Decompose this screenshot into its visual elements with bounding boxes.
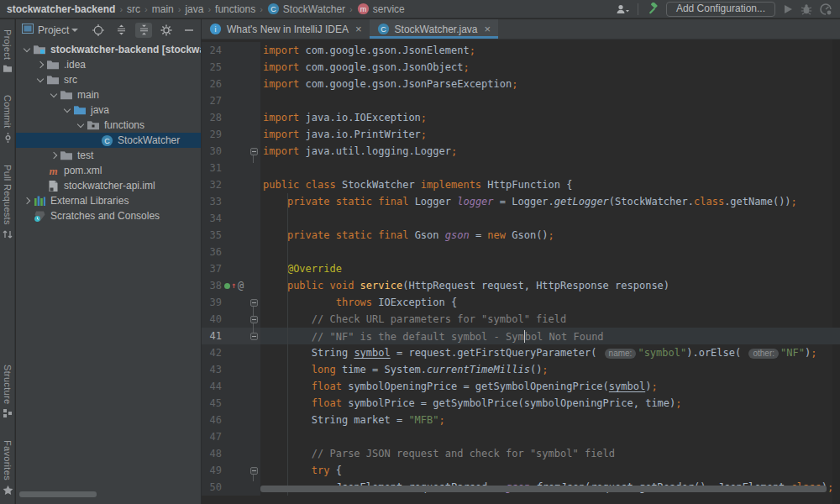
code-text: import com.google.gson.JsonElement; (260, 45, 475, 56)
project-horizontal-scrollbar[interactable] (19, 491, 97, 497)
hide-panel-icon[interactable] (181, 23, 197, 38)
fold-marker-icon[interactable] (250, 333, 258, 340)
code-line-34[interactable]: 34 (202, 210, 840, 227)
code-line-28[interactable]: 28import java.io.IOException; (202, 109, 840, 126)
svg-text:i: i (215, 25, 217, 34)
locate-file-icon[interactable] (90, 23, 107, 38)
folder-icon (60, 149, 73, 162)
chevron-down-icon[interactable] (21, 49, 33, 51)
tab-stockwatcher-java[interactable]: CStockWatcher.java× (370, 19, 499, 39)
profiler-icon[interactable] (820, 3, 832, 15)
fold-marker-icon[interactable] (250, 316, 258, 323)
tool-window-button-structure[interactable]: Structure (3, 365, 13, 418)
tree-item-external-libraries[interactable]: External Libraries (16, 193, 201, 208)
tool-window-button-project[interactable]: Project (3, 29, 13, 73)
code-line-30[interactable]: 30import java.util.logging.Logger; (202, 143, 840, 160)
editor-horizontal-scrollbar[interactable] (260, 486, 827, 492)
tab-what-s-new-in-intellij-idea[interactable]: iWhat's New in IntelliJ IDEA× (202, 19, 370, 39)
tree-item-main[interactable]: main (16, 87, 201, 102)
fold-line (253, 155, 254, 163)
line-number: 33 (202, 196, 222, 207)
code-line-33[interactable]: 33 private static final Logger logger = … (202, 193, 840, 210)
code-line-26[interactable]: 26import com.google.gson.JsonParseExcept… (202, 76, 840, 92)
debug-icon[interactable] (801, 3, 812, 15)
line-number: 31 (202, 162, 222, 174)
code-line-36[interactable]: 36 (202, 244, 840, 260)
code-text: import java.util.logging.Logger; (260, 145, 457, 157)
code-line-38[interactable]: 38↑@ public void service(HttpRequest req… (202, 277, 840, 294)
code-line-48[interactable]: 48 // Parse JSON request and check for "… (202, 445, 840, 462)
code-line-32[interactable]: 32public class StockWatcher implements H… (202, 176, 840, 193)
breadcrumb-item-stockwatcher[interactable]: CStockWatcher (267, 3, 345, 15)
breadcrumb-item-src[interactable]: src (127, 3, 140, 15)
tree-item-functions[interactable]: functions (16, 118, 201, 133)
intellij-window: stockwatcher-backend›src›main›java›funct… (0, 0, 840, 504)
gutter: 24 (202, 42, 260, 59)
panel-title[interactable]: Project (38, 24, 69, 36)
fold-marker-icon[interactable] (250, 467, 258, 475)
chevron-down-icon[interactable] (61, 109, 73, 112)
code-line-39[interactable]: 39 throws IOException { (202, 294, 840, 311)
fold-marker-icon[interactable] (250, 299, 258, 307)
breadcrumb-item-functions[interactable]: functions (215, 3, 255, 15)
chevron-right-icon[interactable] (21, 198, 33, 203)
tree-item-src[interactable]: src (16, 72, 201, 87)
add-configuration-button[interactable]: Add Configuration... (666, 2, 775, 17)
tree-item-stockwatcher-api-iml[interactable]: stockwatcher-api.iml (16, 178, 201, 193)
code-line-24[interactable]: 24import com.google.gson.JsonElement; (202, 42, 840, 59)
code-line-40[interactable]: 40 // Check URL parameters for "symbol" … (202, 311, 840, 328)
code-text: public class StockWatcher implements Htt… (260, 179, 572, 191)
tree-item-label: stockwatcher-api.iml (64, 180, 155, 192)
code-line-29[interactable]: 29import java.io.PrintWriter; (202, 126, 840, 143)
tree-item-stockwatcher-backend-stockwatche[interactable]: stockwatcher-backend [stockwatche (16, 42, 201, 57)
gutter: 43 (202, 361, 260, 378)
line-number: 45 (202, 397, 222, 409)
tool-window-button-favorites[interactable]: Favorites (3, 440, 13, 496)
chevron-down-icon[interactable] (75, 124, 87, 127)
gear-icon[interactable] (158, 23, 175, 38)
code-line-37[interactable]: 37 @Override (202, 260, 840, 277)
code-editor[interactable]: 24import com.google.gson.JsonElement;25i… (202, 39, 840, 504)
collapse-all-icon[interactable] (135, 23, 152, 38)
breadcrumb-item-service[interactable]: mservice (357, 3, 405, 15)
code-line-43[interactable]: 43 long time = System.currentTimeMillis(… (202, 361, 840, 378)
chevron-right-icon[interactable] (48, 153, 60, 158)
breadcrumb-item-java[interactable]: java (185, 3, 203, 15)
overrides-method-icon[interactable] (224, 283, 230, 289)
fold-marker-icon[interactable] (250, 148, 258, 155)
expand-all-icon[interactable] (113, 23, 129, 38)
tree-item-java[interactable]: java (16, 102, 201, 118)
run-icon[interactable] (783, 4, 793, 14)
chevron-right-icon[interactable] (34, 62, 46, 67)
code-line-47[interactable]: 47 (202, 428, 840, 445)
tree-item-test[interactable]: test (16, 148, 201, 163)
tree-item-stockwatcher[interactable]: CStockWatcher (16, 133, 201, 148)
tree-item-pom-xml[interactable]: mpom.xml (16, 163, 201, 178)
chevron-down-icon[interactable] (34, 79, 46, 81)
chevron-down-icon[interactable] (48, 94, 60, 97)
close-icon[interactable]: × (355, 25, 362, 34)
code-line-27[interactable]: 27 (202, 92, 840, 109)
code-line-41[interactable]: 41 // "NF" is the default symbol - Symbo… (202, 328, 840, 344)
users-icon[interactable] (616, 3, 630, 15)
code-line-45[interactable]: 45 float symbolPrice = getSymbolPrice(sy… (202, 395, 840, 412)
tool-window-stripe: ProjectCommitPull Requests StructureFavo… (0, 19, 15, 504)
tree-item-idea[interactable]: .idea (16, 57, 201, 72)
code-line-42[interactable]: 42 String symbol = request.getFirstQuery… (202, 344, 840, 361)
iml-icon (46, 179, 60, 192)
tree-item-scratches-and-consoles[interactable]: Scratches and Consoles (16, 208, 201, 223)
code-line-35[interactable]: 35 private static final Gson gson = new … (202, 227, 840, 244)
gutter: 35 (202, 227, 260, 244)
code-line-25[interactable]: 25import com.google.gson.JsonObject; (202, 59, 840, 76)
close-icon[interactable]: × (485, 25, 491, 34)
breadcrumb-item-main[interactable]: main (152, 3, 174, 15)
code-line-49[interactable]: 49 try { (202, 462, 840, 479)
tool-window-button-commit[interactable]: Commit (3, 95, 13, 143)
chevron-down-icon[interactable] (71, 29, 78, 32)
code-line-31[interactable]: 31 (202, 160, 840, 176)
code-line-46[interactable]: 46 String market = "MFB"; (202, 412, 840, 428)
tool-window-button-pull-requests[interactable]: Pull Requests (3, 165, 13, 239)
build-hammer-icon[interactable] (646, 3, 659, 15)
code-line-44[interactable]: 44 float symbolOpeningPrice = getSymbolO… (202, 378, 840, 395)
breadcrumb-item-stockwatcher-backend[interactable]: stockwatcher-backend (7, 3, 115, 15)
